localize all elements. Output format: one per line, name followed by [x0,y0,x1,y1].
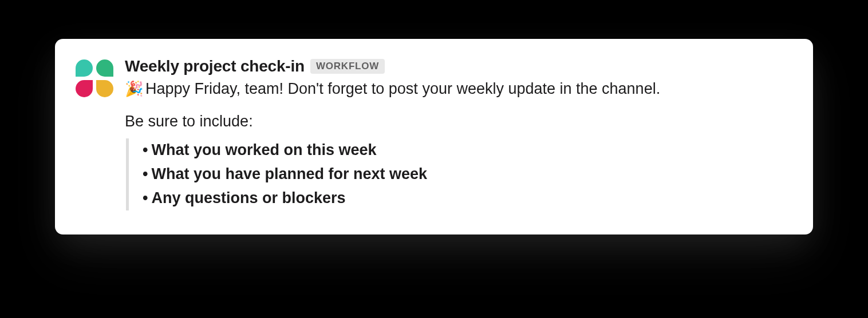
workflow-app-icon [76,59,115,98]
body-text: Happy Friday, team! Don't forget to post… [145,80,660,97]
workflow-badge: WORKFLOW [310,59,385,74]
party-popper-emoji: 🎉 [125,80,143,97]
message-body: 🎉Happy Friday, team! Don't forget to pos… [125,78,792,100]
message-card: Weekly project check-in WORKFLOW 🎉Happy … [55,39,813,234]
include-label: Be sure to include: [125,113,792,130]
list-item: •What you have planned for next week [143,162,792,186]
petal-icon [96,59,113,77]
quote-block: •What you worked on this week •What you … [126,138,792,210]
petal-icon [76,59,93,77]
petal-icon [76,80,93,97]
message-header: Weekly project check-in WORKFLOW [125,57,792,75]
list-item: •What you worked on this week [143,138,792,162]
message-title: Weekly project check-in [125,57,305,75]
list-item: •Any questions or blockers [143,186,792,210]
petal-icon [96,80,113,97]
message-content: Weekly project check-in WORKFLOW 🎉Happy … [125,57,792,210]
